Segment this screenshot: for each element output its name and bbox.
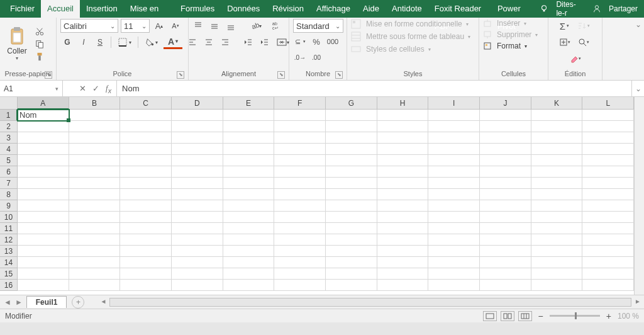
cell[interactable] <box>223 268 275 280</box>
cell[interactable] <box>274 257 326 268</box>
cell[interactable]: Nom <box>18 110 69 121</box>
row-header[interactable]: 9 <box>0 200 18 212</box>
tab-foxit-reader-pdf[interactable]: Foxit Reader PDF <box>428 0 491 18</box>
cell[interactable] <box>69 166 121 178</box>
italic-button[interactable]: I <box>77 35 91 49</box>
find-button[interactable]: ▾ <box>574 35 593 49</box>
increase-font-button[interactable]: A▴ <box>152 19 166 33</box>
format-table-button[interactable]: Mettre sous forme de tableau▾ <box>351 31 470 42</box>
cell[interactable] <box>531 257 583 268</box>
row-header[interactable]: 1 <box>0 110 18 121</box>
cell[interactable] <box>274 155 326 166</box>
decrease-indent-button[interactable] <box>241 35 255 49</box>
cell[interactable] <box>480 178 531 189</box>
number-format-select[interactable]: Standard⌄ <box>293 19 343 33</box>
cell[interactable] <box>582 268 634 280</box>
number-launcher[interactable]: ⬊ <box>335 71 343 79</box>
zoom-slider[interactable] <box>550 315 600 317</box>
cell[interactable] <box>120 132 172 144</box>
cell[interactable] <box>326 200 377 212</box>
tab-power-pivot[interactable]: Power Pivot <box>491 0 537 18</box>
cell[interactable] <box>326 246 377 257</box>
cell[interactable] <box>480 189 531 200</box>
cell[interactable] <box>69 268 121 280</box>
row-header[interactable]: 14 <box>0 257 18 268</box>
cell[interactable] <box>377 223 429 234</box>
cell[interactable] <box>120 155 172 166</box>
cell[interactable] <box>377 144 429 155</box>
cell[interactable] <box>223 178 275 189</box>
cell[interactable] <box>69 110 121 121</box>
fill-button[interactable]: ▾ <box>558 35 572 49</box>
cell[interactable] <box>223 246 275 257</box>
cell[interactable] <box>582 144 634 155</box>
row-header[interactable]: 15 <box>0 268 18 280</box>
cell[interactable] <box>582 155 634 166</box>
cell[interactable] <box>326 189 377 200</box>
copy-button[interactable] <box>33 38 47 50</box>
cell[interactable] <box>428 178 480 189</box>
column-header[interactable]: K <box>531 97 583 110</box>
row-header[interactable]: 10 <box>0 212 18 223</box>
cell[interactable] <box>377 110 429 121</box>
cell[interactable] <box>172 166 223 178</box>
cell[interactable] <box>428 246 480 257</box>
cell[interactable] <box>69 155 121 166</box>
cell[interactable] <box>582 212 634 223</box>
cell[interactable] <box>274 280 326 291</box>
cell[interactable] <box>69 212 121 223</box>
cell[interactable] <box>223 200 275 212</box>
column-header[interactable]: J <box>480 97 531 110</box>
align-middle-button[interactable] <box>208 19 221 33</box>
bold-button[interactable]: G <box>60 35 74 49</box>
cell[interactable] <box>223 234 275 246</box>
cell[interactable] <box>531 166 583 178</box>
cell[interactable] <box>582 280 634 291</box>
cell[interactable] <box>480 212 531 223</box>
row-header[interactable]: 2 <box>0 121 18 132</box>
cell[interactable] <box>172 110 223 121</box>
cell[interactable] <box>120 280 172 291</box>
cell[interactable] <box>531 144 583 155</box>
cell[interactable] <box>531 132 583 144</box>
cell[interactable] <box>223 110 275 121</box>
page-break-view-button[interactable] <box>518 311 532 321</box>
cell[interactable] <box>428 132 480 144</box>
cell[interactable] <box>480 166 531 178</box>
cell[interactable] <box>69 257 121 268</box>
cell[interactable] <box>531 110 583 121</box>
row-header[interactable]: 6 <box>0 166 18 178</box>
delete-cells-button[interactable]: Supprimer▾ <box>483 30 538 39</box>
cell[interactable] <box>223 280 275 291</box>
cell[interactable] <box>326 257 377 268</box>
cell[interactable] <box>377 268 429 280</box>
share-button[interactable]: Partager <box>606 4 640 13</box>
cell[interactable] <box>428 121 480 132</box>
font-name-select[interactable]: Calibri⌄ <box>60 19 118 33</box>
cell[interactable] <box>531 223 583 234</box>
cell[interactable] <box>428 189 480 200</box>
cell[interactable] <box>274 246 326 257</box>
cell[interactable] <box>274 132 326 144</box>
page-layout-view-button[interactable] <box>501 311 514 321</box>
horizontal-scrollbar[interactable] <box>109 298 631 307</box>
row-header[interactable]: 13 <box>0 246 18 257</box>
column-header[interactable]: B <box>69 97 121 110</box>
cell[interactable] <box>531 200 583 212</box>
cell[interactable] <box>531 212 583 223</box>
sheet-nav-next[interactable]: ► <box>15 298 23 307</box>
column-header[interactable]: G <box>326 97 377 110</box>
comma-button[interactable]: 000 <box>326 35 340 48</box>
cell[interactable] <box>18 132 69 144</box>
cell[interactable] <box>480 268 531 280</box>
row-header[interactable]: 12 <box>0 234 18 246</box>
tab-données[interactable]: Données <box>221 0 266 18</box>
cell[interactable] <box>377 166 429 178</box>
cell[interactable] <box>172 257 223 268</box>
cell[interactable] <box>428 234 480 246</box>
cell[interactable] <box>377 132 429 144</box>
cell[interactable] <box>18 212 69 223</box>
cell[interactable] <box>582 223 634 234</box>
cell[interactable] <box>531 268 583 280</box>
column-header[interactable]: F <box>274 97 326 110</box>
